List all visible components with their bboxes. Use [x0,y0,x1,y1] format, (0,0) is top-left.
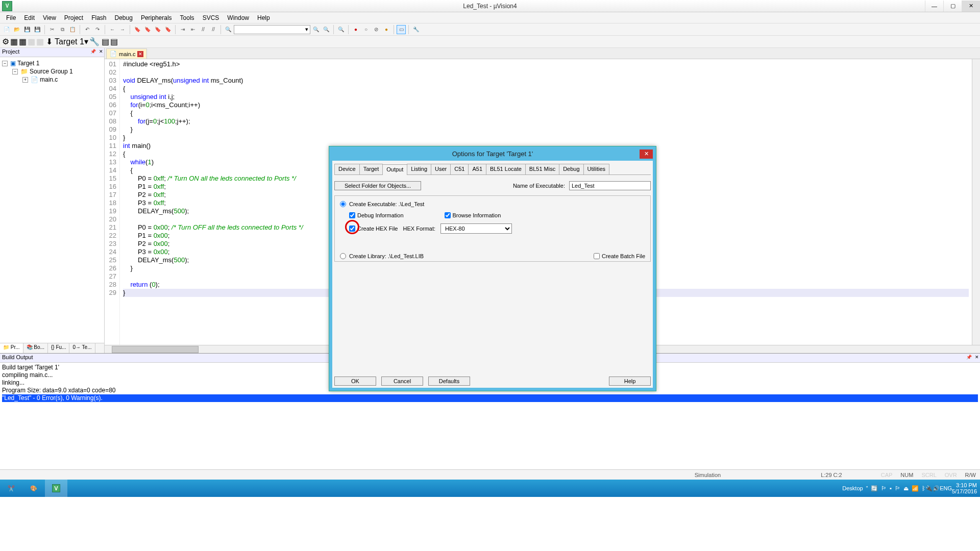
help-button[interactable]: Help [609,377,651,386]
menu-view[interactable]: View [39,13,60,22]
ok-button[interactable]: OK [334,377,376,386]
find-icon[interactable]: 🔍 [224,25,233,34]
tree-file[interactable]: main.c [40,76,58,83]
build-icon[interactable]: ▦ [10,37,18,46]
tray-clock[interactable]: 3:10 PM 5/17/2016 [952,482,980,494]
save-all-icon[interactable]: 💾 [33,25,42,34]
tray-lang[interactable]: ENG [940,485,952,491]
pin-icon[interactable]: 📌 [966,355,972,360]
tab-bl51-misc[interactable]: BL51 Misc [525,164,559,174]
menu-help[interactable]: Help [253,13,274,22]
tray-defender-icon[interactable]: 🏳 [881,485,887,491]
translate-icon[interactable]: ⚙ [2,37,9,46]
open-icon[interactable]: 📂 [12,25,21,34]
bookmark-clear-icon[interactable]: 🔖 [163,25,173,34]
tray-sync-icon[interactable]: 🔄 [871,485,878,492]
menu-tools[interactable]: Tools [176,13,199,22]
select-folder-button[interactable]: Select Folder for Objects... [334,181,421,190]
menu-debug[interactable]: Debug [111,13,137,22]
create-exe-radio[interactable]: Create Executable: .\Led_Test [340,201,645,207]
menu-edit[interactable]: Edit [20,13,39,22]
find-in-files-icon[interactable]: 🔍 [311,25,321,34]
nav-back-icon[interactable]: ← [108,25,117,34]
find-combo[interactable]: ▾ [234,25,310,34]
tab-templates[interactable]: 0→ Te... [69,343,95,353]
tray-power-icon[interactable]: 🔌 [925,485,933,492]
breakpoint-kill-icon[interactable]: ⊘ [372,25,381,34]
minimize-button[interactable]: — [925,1,943,12]
debug-info-checkbox[interactable]: Debug Information [349,212,404,218]
configure-icon[interactable]: 🔧 [411,25,421,34]
save-icon[interactable]: 💾 [22,25,32,34]
bookmark-icon[interactable]: 🔖 [133,25,142,34]
tab-c51[interactable]: C51 [450,164,469,174]
menu-file[interactable]: File [2,13,20,22]
menu-project[interactable]: Project [60,13,87,22]
tray-volume-icon[interactable]: 🔊 [933,485,940,492]
tab-output[interactable]: Output [382,164,407,175]
outdent-icon[interactable]: ⇤ [188,25,198,34]
tree-target[interactable]: Target 1 [17,60,39,67]
cancel-button[interactable]: Cancel [381,377,423,386]
tray-action-icon[interactable]: 🏳 [895,485,900,491]
comment-icon[interactable]: // [199,25,208,34]
close-tab-icon[interactable]: ✕ [137,51,143,57]
new-icon[interactable]: 📄 [2,25,11,34]
batch-build-icon[interactable]: ▦ [28,37,35,46]
tab-utilities[interactable]: Utilities [583,164,609,174]
tab-target[interactable]: Target [359,164,383,174]
paste-icon[interactable]: 📋 [68,25,77,34]
tab-device[interactable]: Device [334,164,360,174]
breakpoint-list-icon[interactable]: ● [382,25,391,34]
undo-icon[interactable]: ↶ [83,25,92,34]
menu-peripherals[interactable]: Peripherals [137,13,176,22]
name-exe-input[interactable] [569,181,651,190]
create-batch-checkbox[interactable]: Create Batch File [594,253,645,259]
debug-icon[interactable]: 🔍 [336,25,346,34]
create-hex-checkbox[interactable]: Create HEX File [349,226,398,232]
tray-graphics-icon[interactable]: ▪ [890,485,892,491]
dialog-close-button[interactable]: ✕ [640,148,653,159]
manage-icon[interactable]: ▤ [102,37,109,46]
menu-window[interactable]: Window [223,13,253,22]
expander-icon[interactable]: − [12,69,18,74]
file-tab-main[interactable]: 📄main.c ✕ [106,48,147,59]
target-select[interactable]: Target 1▾ [55,37,88,46]
close-panel-icon[interactable]: ✕ [975,355,979,360]
breakpoint-icon[interactable]: ● [351,25,360,34]
taskbar-app-snip[interactable]: ✂️ [0,480,22,497]
bookmark-next-icon[interactable]: 🔖 [153,25,162,34]
tab-debug[interactable]: Debug [559,164,583,174]
expander-icon[interactable]: + [22,77,28,83]
hex-format-select[interactable]: HEX-80 [440,223,512,234]
menu-svcs[interactable]: SVCS [199,13,224,22]
menu-flash[interactable]: Flash [87,13,110,22]
nav-fwd-icon[interactable]: → [118,25,127,34]
indent-icon[interactable]: ⇥ [178,25,187,34]
tab-a51[interactable]: A51 [468,164,486,174]
cut-icon[interactable]: ✂ [47,25,57,34]
breakpoint-disable-icon[interactable]: ○ [361,25,371,34]
tab-listing[interactable]: Listing [407,164,431,174]
download-icon[interactable]: ⬇ [46,37,53,46]
create-lib-radio[interactable]: Create Library: .\Led_Test.LIB [340,253,424,259]
close-button[interactable]: ✕ [962,1,980,12]
expander-icon[interactable]: − [2,61,8,66]
chevron-up-icon[interactable]: ” [866,485,868,491]
tab-user[interactable]: User [431,164,451,174]
tab-functions[interactable]: {} Fu... [48,343,69,353]
tray-safely-remove-icon[interactable]: ⏏ [903,485,909,492]
close-panel-icon[interactable]: ✕ [99,49,103,54]
defaults-button[interactable]: Defaults [428,377,470,386]
tree-group[interactable]: Source Group 1 [30,68,73,75]
tab-bl51-locate[interactable]: BL51 Locate [486,164,526,174]
redo-icon[interactable]: ↷ [93,25,102,34]
incremental-find-icon[interactable]: 🔍 [322,25,331,34]
taskbar-app-uvision[interactable]: V [45,480,67,497]
maximize-button[interactable]: ▢ [943,1,962,12]
tray-network-icon[interactable]: 📶 [912,485,919,492]
stop-build-icon[interactable]: ▦ [36,37,44,46]
uncomment-icon[interactable]: // [209,25,218,34]
bookmark-prev-icon[interactable]: 🔖 [143,25,152,34]
tab-books[interactable]: 📚 Bo... [23,343,48,353]
